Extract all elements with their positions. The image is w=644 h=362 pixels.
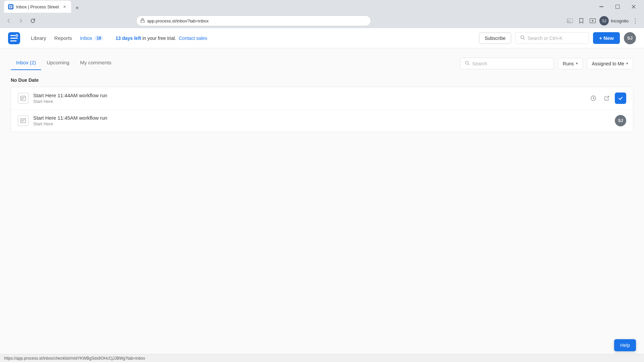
tab-inbox[interactable]: Inbox (2) bbox=[11, 56, 41, 69]
nav-links: Library Reports Inbox 18 bbox=[27, 28, 107, 48]
trial-days: 13 days left in your free trial. bbox=[115, 36, 176, 41]
minimize-button[interactable] bbox=[594, 1, 609, 12]
task-workflow: Start Here bbox=[33, 121, 615, 126]
close-button[interactable] bbox=[626, 1, 641, 12]
contact-sales-link[interactable]: Contact sales bbox=[179, 36, 207, 41]
section-title: No Due Date bbox=[11, 77, 633, 83]
tab-favicon bbox=[8, 4, 13, 9]
table-row[interactable]: Start Here 11:44AM workflow run Start He… bbox=[11, 87, 633, 110]
runs-filter-label: Runs bbox=[563, 61, 574, 66]
tab-upcoming[interactable]: Upcoming bbox=[41, 56, 75, 69]
incognito-label: Incognito bbox=[611, 18, 629, 23]
toolbar-right: SJ Incognito ⋮ bbox=[565, 16, 640, 25]
nav-reports[interactable]: Reports bbox=[50, 28, 76, 48]
lock-icon bbox=[141, 18, 145, 24]
task-actions bbox=[588, 93, 626, 104]
window-controls bbox=[594, 1, 641, 12]
user-avatar[interactable]: SJ bbox=[624, 32, 636, 44]
forward-button[interactable] bbox=[16, 16, 25, 25]
task-info: Start Here 11:44AM workflow run Start He… bbox=[33, 93, 588, 104]
back-button[interactable] bbox=[4, 16, 13, 25]
assigned-filter-label: Assigned to Me bbox=[592, 61, 625, 66]
global-search-placeholder: Search or Ctrl+K bbox=[528, 36, 562, 41]
inbox-search-icon bbox=[465, 61, 470, 66]
svg-rect-2 bbox=[616, 5, 620, 9]
complete-button[interactable] bbox=[615, 93, 626, 104]
assigned-chevron-icon: ▾ bbox=[626, 61, 628, 66]
inbox-badge: 18 bbox=[94, 36, 103, 41]
external-link-icon-button[interactable] bbox=[601, 93, 612, 104]
inbox-search-placeholder: Search bbox=[472, 61, 487, 66]
assigned-filter[interactable]: Assigned to Me ▾ bbox=[587, 58, 634, 69]
new-tab-button[interactable]: + bbox=[72, 3, 82, 13]
tab-list: Inbox (2) Upcoming My comments bbox=[11, 56, 117, 69]
task-type-icon bbox=[18, 93, 29, 104]
status-bar: https://app.process.st/inbox/checklist/m… bbox=[0, 354, 644, 362]
profile-extensions-button[interactable] bbox=[588, 16, 597, 25]
clock-icon-button[interactable] bbox=[588, 93, 599, 104]
table-row[interactable]: Start Here 11:45AM workflow run Start He… bbox=[11, 110, 633, 132]
task-actions: SJ bbox=[615, 115, 626, 126]
tab-title: Inbox | Process Street bbox=[16, 4, 59, 9]
runs-filter[interactable]: Runs ▾ bbox=[558, 58, 583, 69]
app-header: Library Reports Inbox 18 13 days left in… bbox=[0, 28, 644, 48]
task-info: Start Here 11:45AM workflow run Start He… bbox=[33, 115, 615, 126]
filters-row: Search Runs ▾ Assigned to Me ▾ bbox=[460, 58, 633, 69]
app-logo bbox=[8, 32, 20, 44]
tab-my-comments[interactable]: My comments bbox=[75, 56, 117, 69]
tab-close-button[interactable]: ✕ bbox=[62, 4, 67, 9]
app-wrapper: Library Reports Inbox 18 13 days left in… bbox=[0, 28, 644, 362]
inbox-search[interactable]: Search bbox=[460, 58, 554, 69]
status-url: https://app.process.st/inbox/checklist/m… bbox=[4, 356, 145, 361]
page-content: Inbox (2) Upcoming My comments Search bbox=[0, 48, 644, 354]
browser-title-bar: Inbox | Process Street ✕ + bbox=[0, 0, 644, 13]
address-bar[interactable]: app.process.st/inbox?tab=inbox bbox=[136, 15, 371, 26]
nav-library[interactable]: Library bbox=[27, 28, 50, 48]
subscribe-button[interactable]: Subscribe bbox=[479, 33, 511, 44]
assignee-avatar[interactable]: SJ bbox=[615, 115, 626, 126]
browser-tabs: Inbox | Process Street ✕ + bbox=[4, 1, 82, 13]
svg-rect-1 bbox=[599, 6, 603, 7]
tabs-row: Inbox (2) Upcoming My comments Search bbox=[11, 56, 633, 69]
cast-button[interactable] bbox=[565, 16, 575, 25]
task-list: Start Here 11:44AM workflow run Start He… bbox=[11, 87, 633, 132]
reload-button[interactable] bbox=[28, 16, 38, 25]
nav-inbox[interactable]: Inbox 18 bbox=[76, 28, 107, 48]
browser-profile-button[interactable]: SJ bbox=[599, 16, 609, 25]
task-name: Start Here 11:45AM workflow run bbox=[33, 115, 615, 121]
header-right: Subscribe Search or Ctrl+K + New SJ bbox=[479, 32, 636, 44]
url-text: app.process.st/inbox?tab=inbox bbox=[147, 18, 367, 23]
bookmark-button[interactable] bbox=[577, 16, 586, 25]
trial-banner: 13 days left in your free trial. Contact… bbox=[115, 36, 207, 41]
help-button[interactable]: Help bbox=[614, 339, 636, 351]
browser-menu-button[interactable]: ⋮ bbox=[631, 16, 640, 25]
global-search-icon bbox=[520, 35, 525, 41]
browser-tab-active[interactable]: Inbox | Process Street ✕ bbox=[4, 1, 71, 13]
task-workflow: Start Here bbox=[33, 99, 588, 104]
maximize-button[interactable] bbox=[610, 1, 625, 12]
global-search[interactable]: Search or Ctrl+K bbox=[515, 32, 589, 44]
svg-rect-3 bbox=[141, 20, 144, 23]
tabs-and-filters: Inbox (2) Upcoming My comments Search bbox=[11, 56, 633, 69]
browser-toolbar: app.process.st/inbox?tab=inbox SJ Incogn… bbox=[0, 13, 644, 28]
task-name: Start Here 11:44AM workflow run bbox=[33, 93, 588, 98]
new-button[interactable]: + New bbox=[593, 32, 620, 44]
task-type-icon bbox=[18, 115, 29, 126]
runs-chevron-icon: ▾ bbox=[576, 61, 578, 66]
